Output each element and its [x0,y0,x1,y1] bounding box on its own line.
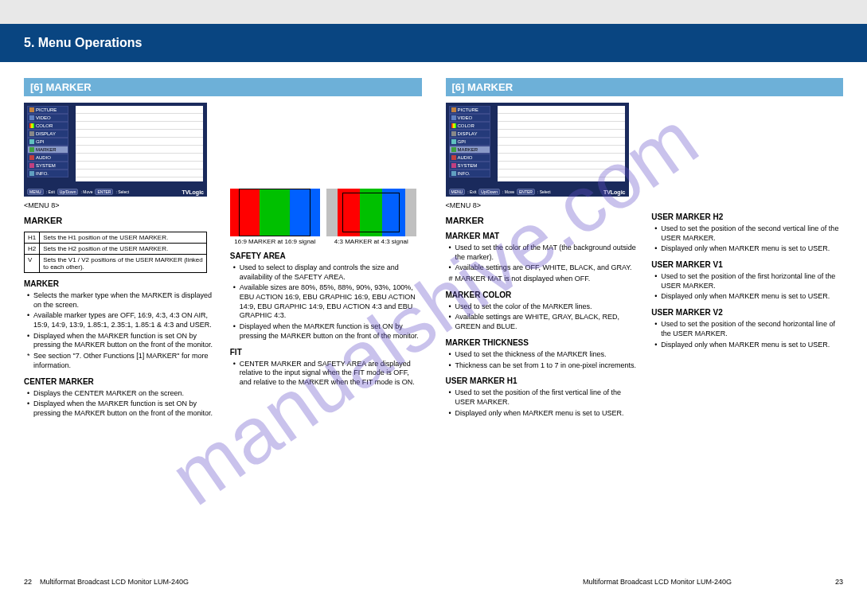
left-subheader: [6] MARKER [24,78,422,96]
table-v-label: V [25,255,40,273]
fit-bul1: CENTER MARKER and SAFETY AREA are displa… [230,360,422,388]
table-h1-label: H1 [25,232,40,244]
menu-footer-move: : Move [80,189,92,194]
menu-number-right: <MENU 8> [446,201,638,209]
menu-item-system: SYSTEM [27,162,68,170]
page-footer-left: Multiformat Broadcast LCD Monitor LUM-24… [40,578,189,586]
color-bul2: Available settings are WHITE, GRAY, BLAC… [446,313,638,331]
section-marker: MARKER [24,216,216,225]
umh2-bul2: Displayed only when MARKER menu is set t… [651,244,843,254]
table-h1-val: Sets the H1 position of the USER MARKER. [40,232,207,244]
marker-bul1: Selects the marker type when the MARKER … [24,291,216,310]
menu-item-marker: MARKER [27,146,68,154]
menu-item-label: SYSTEM [36,163,56,168]
sub-marker: MARKER [24,279,216,288]
menu-item-video: VIDEO [27,114,68,122]
sub-umv1: USER MARKER V1 [651,260,843,269]
menu-item-display: DISPLAY [449,130,490,138]
marker-bul2: Available marker types are OFF, 16:9, 4:… [24,311,216,329]
menu-item-video: VIDEO [449,114,490,122]
sub-mat: MARKER MAT [446,232,638,240]
umh1-bul2: Displayed only when MARKER menu is set t… [446,409,638,419]
thick-bul1: Used to set the thickness of the MARKER … [446,350,638,360]
menu-item-color: COLOR [449,122,490,130]
page-number-left: 22 [24,578,32,586]
marker-bul3: Displayed when the MARKER function is se… [24,332,216,350]
table-v-val: Sets the V1 / V2 positions of the USER M… [40,255,207,273]
table-h2-label: H2 [25,244,40,255]
menu-item-label: SYSTEM [458,163,478,168]
menu-item-display: DISPLAY [27,130,68,138]
menu-screenshot-left: PICTURE VIDEO COLOR DISPLAY GPI MARKER A… [24,103,207,197]
mat-bul1: Used to set the color of the MAT (the ba… [446,244,638,262]
menu-item-info: INFO. [449,170,490,177]
sub-markercolor: MARKER COLOR [446,290,638,299]
menu-item-label: AUDIO [458,155,473,160]
menu-footer-exit: : Exit [46,189,55,194]
menu-item-label: GPI [458,139,466,144]
menu-screenshot-right: PICTURE VIDEO COLOR DISPLAY GPI MARKER A… [446,103,629,197]
marker-bul4: See section "7. Other Functions [1] MARK… [24,352,216,370]
menu-item-label: GPI [36,139,44,144]
umv2-bul1: Used to set the position of the second h… [651,320,843,338]
sub-center: CENTER MARKER [24,377,216,386]
menu-item-color: COLOR [27,122,68,130]
menu-item-system: SYSTEM [449,162,490,170]
menu-number-left: <MENU 8> [24,201,216,209]
menu-footer-select: : Select [537,189,551,194]
menu-item-picture: PICTURE [449,106,490,114]
menu-item-label: AUDIO [36,155,51,160]
sub-thick: MARKER THICKNESS [446,338,638,347]
menu-item-label: COLOR [36,123,53,128]
menu-item-gpi: GPI [449,138,490,146]
menu-footer-select: : Select [115,189,129,194]
menu-item-picture: PICTURE [27,106,68,114]
menu-item-audio: AUDIO [449,154,490,162]
center-bul2: Displayed when the MARKER function is se… [24,400,216,418]
menu-item-label: DISPLAY [458,131,478,136]
safety-bul1: Used to select to display and controls t… [230,263,422,282]
menu-item-info: INFO. [27,170,68,177]
sub-safety: SAFETY AREA [230,251,422,260]
thick-bul2: Thickness can be set from 1 to 7 in one-… [446,361,638,371]
aspect-43-image [326,189,416,236]
right-subheader: [6] MARKER [446,78,844,96]
umh1-bul1: Used to set the position of the first ve… [446,388,638,407]
page-footer-right: Multiformat Broadcast LCD Monitor LUM-24… [583,578,732,586]
mat-bul2: Available settings are OFF, WHITE, BLACK… [446,263,638,273]
menu-item-audio: AUDIO [27,154,68,162]
menu-item-label: VIDEO [36,115,51,120]
menu-item-label: PICTURE [36,107,57,112]
menu-logo: TVLogic [182,189,204,195]
menu-item-label: PICTURE [458,107,478,112]
sub-fit: FIT [230,348,422,357]
umv1-bul1: Used to set the position of the first ho… [651,272,843,290]
menu-item-marker: MARKER [449,146,490,154]
menu-item-label: MARKER [458,147,478,152]
center-bul1: Displays the CENTER MARKER on the screen… [24,389,216,399]
safety-bul2: Available sizes are 80%, 85%, 88%, 90%, … [230,283,422,321]
menu-item-label: VIDEO [458,115,473,120]
menu-item-label: INFO. [458,171,471,176]
aspect-examples: 16:9 MARKER at 16:9 signal 4:3 MARKER at… [230,189,422,245]
chapter-header: 5. Menu Operations [0,24,867,62]
menu-item-label: INFO. [36,171,49,176]
sub-umh2: USER MARKER H2 [651,212,843,221]
marker-size-table: H1Sets the H1 position of the USER MARKE… [24,232,207,273]
sub-umv2: USER MARKER V2 [651,308,843,317]
left-page: [6] MARKER PICTURE VIDEO COLOR DISPLAY G… [24,78,422,600]
safety-bul3: Displayed when the MARKER function is se… [230,322,422,341]
umv1-bul2: Displayed only when MARKER menu is set t… [651,292,843,302]
aspect-169-label: 16:9 MARKER at 16:9 signal [230,238,320,245]
mat-bul3: MARKER MAT is not displayed when OFF. [446,275,638,284]
menu-item-label: COLOR [458,123,475,128]
menu-logo: TVLogic [603,189,626,195]
page-number-right: 23 [835,578,843,586]
right-page: [6] MARKER PICTURE VIDEO COLOR DISPLAY G… [446,78,844,600]
sub-umh1: USER MARKER H1 [446,376,638,385]
menu-footer-exit: : Exit [467,189,476,194]
menu-item-label: MARKER [36,147,57,152]
menu-item-gpi: GPI [27,138,68,146]
menu-item-label: DISPLAY [36,131,56,136]
aspect-43-label: 4:3 MARKER at 4:3 signal [326,238,416,245]
